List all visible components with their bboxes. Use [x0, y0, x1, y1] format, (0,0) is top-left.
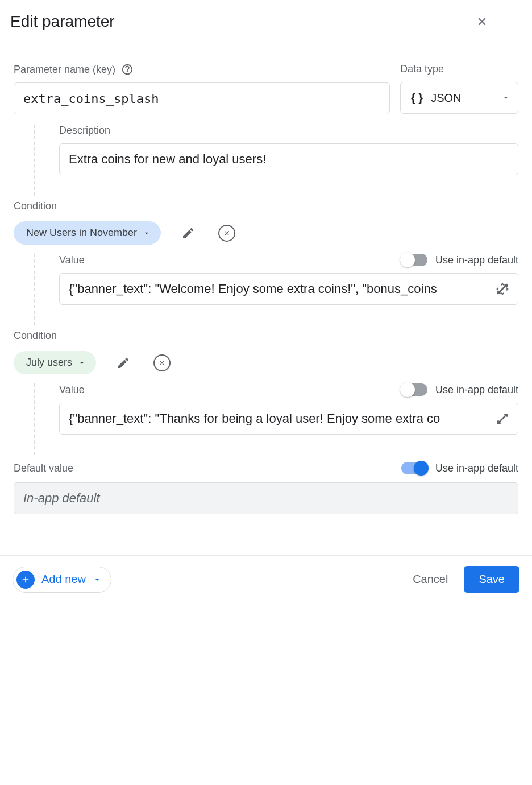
dialog-title: Edit parameter: [10, 13, 115, 31]
help-icon[interactable]: [121, 63, 134, 76]
expand-icon[interactable]: [495, 411, 510, 426]
use-default-toggle[interactable]: [401, 383, 427, 396]
value-input[interactable]: {"banner_text": "Welcome! Enjoy some ext…: [59, 273, 518, 305]
edit-condition-button[interactable]: [177, 222, 200, 245]
condition-label: Condition: [14, 200, 518, 212]
use-default-label: Use in-app default: [435, 254, 518, 266]
chevron-down-icon: [93, 575, 102, 584]
pencil-icon: [117, 356, 130, 370]
use-default-toggle[interactable]: [401, 462, 427, 474]
chevron-down-icon: [78, 359, 86, 367]
close-icon: [476, 15, 488, 28]
edit-condition-button[interactable]: [112, 352, 135, 374]
param-name-label: Parameter name (key): [14, 64, 115, 76]
use-default-label: Use in-app default: [435, 462, 518, 474]
param-name-input[interactable]: extra_coins_splash: [14, 82, 390, 114]
expand-icon[interactable]: [495, 282, 510, 296]
use-default-toggle[interactable]: [401, 254, 427, 266]
condition-chip[interactable]: July users: [14, 351, 96, 374]
description-label: Description: [59, 125, 518, 137]
data-type-label: Data type: [400, 63, 444, 75]
pencil-icon: [181, 226, 195, 240]
add-new-button[interactable]: Add new: [13, 567, 111, 593]
chevron-down-icon: [143, 229, 151, 237]
plus-icon: [16, 571, 35, 589]
value-input[interactable]: {"banner_text": "Thanks for being a loya…: [59, 403, 518, 435]
data-type-select[interactable]: { } JSON: [400, 82, 518, 114]
value-label: Value: [59, 254, 85, 266]
description-input[interactable]: Extra coins for new and loyal users!: [59, 143, 518, 175]
remove-condition-button[interactable]: [151, 352, 173, 374]
default-value-label: Default value: [14, 462, 73, 474]
condition-chip[interactable]: New Users in November: [14, 221, 161, 245]
save-button[interactable]: Save: [464, 566, 519, 593]
condition-label: Condition: [14, 330, 518, 342]
default-value-input: In-app default: [14, 482, 518, 514]
remove-condition-button[interactable]: [215, 222, 238, 245]
value-label: Value: [59, 384, 85, 396]
chevron-down-icon: [502, 94, 510, 102]
json-braces-icon: { }: [411, 92, 423, 105]
circle-x-icon: [153, 354, 171, 371]
circle-x-icon: [218, 225, 235, 242]
close-button[interactable]: [471, 10, 493, 33]
use-default-label: Use in-app default: [435, 384, 518, 396]
cancel-button[interactable]: Cancel: [413, 573, 448, 586]
